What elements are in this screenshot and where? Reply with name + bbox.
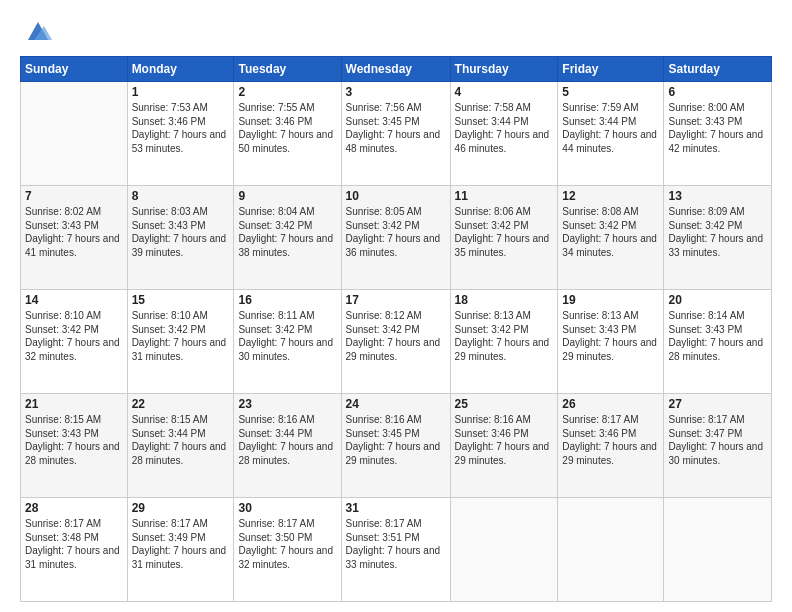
day-info: Sunrise: 8:10 AMSunset: 3:42 PMDaylight:… bbox=[25, 309, 123, 363]
calendar-cell: 22Sunrise: 8:15 AMSunset: 3:44 PMDayligh… bbox=[127, 394, 234, 498]
day-number: 18 bbox=[455, 293, 554, 307]
calendar-cell: 17Sunrise: 8:12 AMSunset: 3:42 PMDayligh… bbox=[341, 290, 450, 394]
day-info: Sunrise: 8:09 AMSunset: 3:42 PMDaylight:… bbox=[668, 205, 767, 259]
day-info: Sunrise: 7:53 AMSunset: 3:46 PMDaylight:… bbox=[132, 101, 230, 155]
day-info: Sunrise: 8:02 AMSunset: 3:43 PMDaylight:… bbox=[25, 205, 123, 259]
calendar-cell: 14Sunrise: 8:10 AMSunset: 3:42 PMDayligh… bbox=[21, 290, 128, 394]
day-info: Sunrise: 8:12 AMSunset: 3:42 PMDaylight:… bbox=[346, 309, 446, 363]
day-info: Sunrise: 8:13 AMSunset: 3:42 PMDaylight:… bbox=[455, 309, 554, 363]
day-info: Sunrise: 8:11 AMSunset: 3:42 PMDaylight:… bbox=[238, 309, 336, 363]
calendar-cell: 19Sunrise: 8:13 AMSunset: 3:43 PMDayligh… bbox=[558, 290, 664, 394]
weekday-header-friday: Friday bbox=[558, 57, 664, 82]
calendar-cell: 16Sunrise: 8:11 AMSunset: 3:42 PMDayligh… bbox=[234, 290, 341, 394]
calendar: SundayMondayTuesdayWednesdayThursdayFrid… bbox=[20, 56, 772, 602]
day-number: 2 bbox=[238, 85, 336, 99]
day-number: 28 bbox=[25, 501, 123, 515]
logo-icon bbox=[24, 18, 52, 46]
calendar-cell: 31Sunrise: 8:17 AMSunset: 3:51 PMDayligh… bbox=[341, 498, 450, 602]
day-number: 10 bbox=[346, 189, 446, 203]
calendar-cell: 11Sunrise: 8:06 AMSunset: 3:42 PMDayligh… bbox=[450, 186, 558, 290]
calendar-cell: 27Sunrise: 8:17 AMSunset: 3:47 PMDayligh… bbox=[664, 394, 772, 498]
logo bbox=[20, 18, 52, 46]
calendar-cell: 1Sunrise: 7:53 AMSunset: 3:46 PMDaylight… bbox=[127, 82, 234, 186]
day-number: 22 bbox=[132, 397, 230, 411]
day-info: Sunrise: 8:17 AMSunset: 3:46 PMDaylight:… bbox=[562, 413, 659, 467]
day-number: 5 bbox=[562, 85, 659, 99]
week-row-4: 21Sunrise: 8:15 AMSunset: 3:43 PMDayligh… bbox=[21, 394, 772, 498]
day-info: Sunrise: 8:17 AMSunset: 3:51 PMDaylight:… bbox=[346, 517, 446, 571]
calendar-cell: 12Sunrise: 8:08 AMSunset: 3:42 PMDayligh… bbox=[558, 186, 664, 290]
weekday-header-wednesday: Wednesday bbox=[341, 57, 450, 82]
day-number: 29 bbox=[132, 501, 230, 515]
day-info: Sunrise: 8:17 AMSunset: 3:49 PMDaylight:… bbox=[132, 517, 230, 571]
day-number: 12 bbox=[562, 189, 659, 203]
calendar-cell: 24Sunrise: 8:16 AMSunset: 3:45 PMDayligh… bbox=[341, 394, 450, 498]
day-info: Sunrise: 8:10 AMSunset: 3:42 PMDaylight:… bbox=[132, 309, 230, 363]
calendar-cell: 23Sunrise: 8:16 AMSunset: 3:44 PMDayligh… bbox=[234, 394, 341, 498]
weekday-header-sunday: Sunday bbox=[21, 57, 128, 82]
page: SundayMondayTuesdayWednesdayThursdayFrid… bbox=[0, 0, 792, 612]
calendar-cell bbox=[664, 498, 772, 602]
day-number: 21 bbox=[25, 397, 123, 411]
day-number: 30 bbox=[238, 501, 336, 515]
day-info: Sunrise: 8:06 AMSunset: 3:42 PMDaylight:… bbox=[455, 205, 554, 259]
calendar-cell: 15Sunrise: 8:10 AMSunset: 3:42 PMDayligh… bbox=[127, 290, 234, 394]
week-row-3: 14Sunrise: 8:10 AMSunset: 3:42 PMDayligh… bbox=[21, 290, 772, 394]
weekday-header-monday: Monday bbox=[127, 57, 234, 82]
calendar-cell: 8Sunrise: 8:03 AMSunset: 3:43 PMDaylight… bbox=[127, 186, 234, 290]
day-info: Sunrise: 8:00 AMSunset: 3:43 PMDaylight:… bbox=[668, 101, 767, 155]
day-info: Sunrise: 7:58 AMSunset: 3:44 PMDaylight:… bbox=[455, 101, 554, 155]
week-row-5: 28Sunrise: 8:17 AMSunset: 3:48 PMDayligh… bbox=[21, 498, 772, 602]
day-info: Sunrise: 8:17 AMSunset: 3:50 PMDaylight:… bbox=[238, 517, 336, 571]
weekday-header-tuesday: Tuesday bbox=[234, 57, 341, 82]
calendar-cell: 6Sunrise: 8:00 AMSunset: 3:43 PMDaylight… bbox=[664, 82, 772, 186]
calendar-cell: 30Sunrise: 8:17 AMSunset: 3:50 PMDayligh… bbox=[234, 498, 341, 602]
day-info: Sunrise: 8:03 AMSunset: 3:43 PMDaylight:… bbox=[132, 205, 230, 259]
day-info: Sunrise: 8:16 AMSunset: 3:44 PMDaylight:… bbox=[238, 413, 336, 467]
week-row-2: 7Sunrise: 8:02 AMSunset: 3:43 PMDaylight… bbox=[21, 186, 772, 290]
day-number: 17 bbox=[346, 293, 446, 307]
day-number: 23 bbox=[238, 397, 336, 411]
calendar-cell: 5Sunrise: 7:59 AMSunset: 3:44 PMDaylight… bbox=[558, 82, 664, 186]
calendar-cell: 2Sunrise: 7:55 AMSunset: 3:46 PMDaylight… bbox=[234, 82, 341, 186]
calendar-cell: 21Sunrise: 8:15 AMSunset: 3:43 PMDayligh… bbox=[21, 394, 128, 498]
day-info: Sunrise: 7:59 AMSunset: 3:44 PMDaylight:… bbox=[562, 101, 659, 155]
day-info: Sunrise: 8:17 AMSunset: 3:48 PMDaylight:… bbox=[25, 517, 123, 571]
day-info: Sunrise: 8:04 AMSunset: 3:42 PMDaylight:… bbox=[238, 205, 336, 259]
day-number: 6 bbox=[668, 85, 767, 99]
calendar-cell: 20Sunrise: 8:14 AMSunset: 3:43 PMDayligh… bbox=[664, 290, 772, 394]
calendar-cell: 25Sunrise: 8:16 AMSunset: 3:46 PMDayligh… bbox=[450, 394, 558, 498]
day-info: Sunrise: 7:56 AMSunset: 3:45 PMDaylight:… bbox=[346, 101, 446, 155]
calendar-cell: 10Sunrise: 8:05 AMSunset: 3:42 PMDayligh… bbox=[341, 186, 450, 290]
calendar-cell: 18Sunrise: 8:13 AMSunset: 3:42 PMDayligh… bbox=[450, 290, 558, 394]
day-number: 24 bbox=[346, 397, 446, 411]
calendar-cell bbox=[450, 498, 558, 602]
calendar-cell: 26Sunrise: 8:17 AMSunset: 3:46 PMDayligh… bbox=[558, 394, 664, 498]
day-number: 9 bbox=[238, 189, 336, 203]
day-info: Sunrise: 7:55 AMSunset: 3:46 PMDaylight:… bbox=[238, 101, 336, 155]
day-number: 13 bbox=[668, 189, 767, 203]
day-info: Sunrise: 8:08 AMSunset: 3:42 PMDaylight:… bbox=[562, 205, 659, 259]
day-number: 4 bbox=[455, 85, 554, 99]
day-number: 26 bbox=[562, 397, 659, 411]
calendar-cell: 9Sunrise: 8:04 AMSunset: 3:42 PMDaylight… bbox=[234, 186, 341, 290]
day-number: 20 bbox=[668, 293, 767, 307]
calendar-cell bbox=[558, 498, 664, 602]
calendar-cell bbox=[21, 82, 128, 186]
calendar-cell: 7Sunrise: 8:02 AMSunset: 3:43 PMDaylight… bbox=[21, 186, 128, 290]
week-row-1: 1Sunrise: 7:53 AMSunset: 3:46 PMDaylight… bbox=[21, 82, 772, 186]
day-number: 11 bbox=[455, 189, 554, 203]
weekday-header-thursday: Thursday bbox=[450, 57, 558, 82]
calendar-cell: 3Sunrise: 7:56 AMSunset: 3:45 PMDaylight… bbox=[341, 82, 450, 186]
header bbox=[20, 18, 772, 46]
calendar-cell: 29Sunrise: 8:17 AMSunset: 3:49 PMDayligh… bbox=[127, 498, 234, 602]
day-number: 27 bbox=[668, 397, 767, 411]
weekday-header-saturday: Saturday bbox=[664, 57, 772, 82]
day-number: 3 bbox=[346, 85, 446, 99]
day-info: Sunrise: 8:17 AMSunset: 3:47 PMDaylight:… bbox=[668, 413, 767, 467]
day-info: Sunrise: 8:16 AMSunset: 3:45 PMDaylight:… bbox=[346, 413, 446, 467]
weekday-header-row: SundayMondayTuesdayWednesdayThursdayFrid… bbox=[21, 57, 772, 82]
day-number: 31 bbox=[346, 501, 446, 515]
calendar-cell: 13Sunrise: 8:09 AMSunset: 3:42 PMDayligh… bbox=[664, 186, 772, 290]
day-number: 19 bbox=[562, 293, 659, 307]
